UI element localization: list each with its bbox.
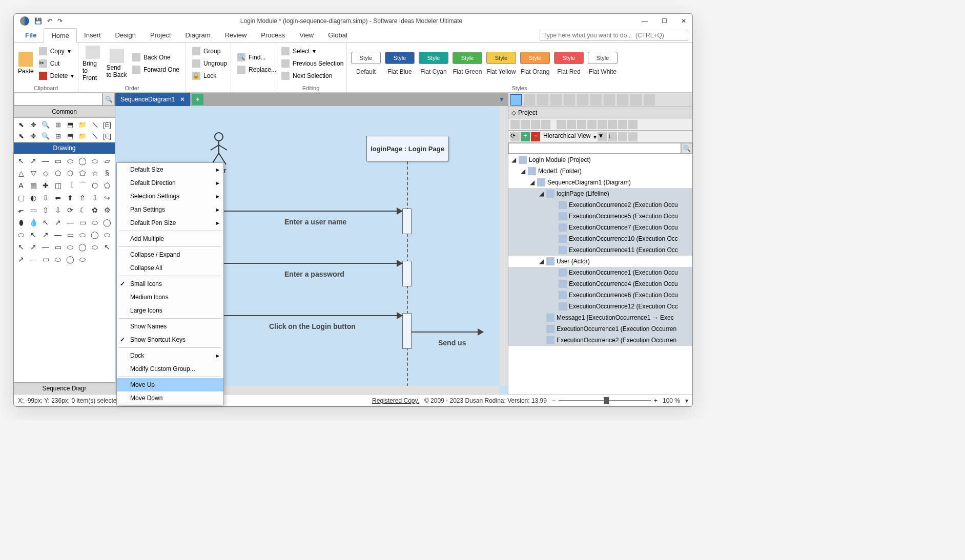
proj-tool-icon[interactable] — [618, 120, 627, 129]
draw-shape-button[interactable]: ⬡ — [64, 167, 76, 179]
back-one-button[interactable]: Back One — [130, 52, 181, 63]
draw-shape-button[interactable]: ⌒ — [76, 179, 89, 192]
copy-button[interactable]: Copy ▾ — [37, 46, 76, 57]
draw-shape-button[interactable]: ◯ — [76, 241, 89, 253]
tree-node[interactable]: ExecutionOccurrence4 (Execution Occu — [508, 278, 692, 289]
tool-button[interactable]: ✥ — [27, 119, 39, 130]
tree-node[interactable]: ◢User (Actor) — [508, 256, 692, 267]
close-tab-icon[interactable]: ✕ — [180, 96, 185, 103]
tool-button[interactable]: 🔍 — [39, 130, 52, 141]
draw-shape-button[interactable]: ▢ — [15, 192, 27, 204]
context-menu-item[interactable]: Modify Custom Group... — [117, 362, 223, 376]
exec-occurrence[interactable] — [402, 261, 412, 286]
proj-tool-icon[interactable] — [541, 120, 550, 129]
style-button[interactable]: Style — [351, 52, 381, 64]
view-icon[interactable] — [628, 132, 638, 141]
draw-shape-button[interactable]: ◯ — [76, 155, 89, 167]
proj-tool-icon[interactable] — [598, 120, 607, 129]
draw-shape-button[interactable]: ▭ — [52, 155, 64, 167]
exec-occurrence[interactable] — [402, 313, 412, 349]
style-button[interactable]: Style — [419, 52, 448, 64]
proj-tool-icon[interactable] — [567, 120, 576, 129]
draw-shape-button[interactable]: ⬭ — [89, 241, 101, 253]
draw-shape-button[interactable]: ⬭ — [15, 229, 27, 241]
find-button[interactable]: 🔍Find... — [235, 52, 278, 63]
send-back-button[interactable]: Send to Back — [106, 46, 127, 81]
draw-shape-button[interactable]: ☆ — [89, 167, 101, 179]
draw-shape-button[interactable]: ✿ — [89, 204, 101, 216]
menu-design[interactable]: Design — [108, 28, 143, 42]
forward-one-button[interactable]: Forward One — [130, 64, 181, 75]
draw-shape-button[interactable]: ▭ — [64, 229, 76, 241]
menu-diagram[interactable]: Diagram — [178, 28, 218, 42]
status-registered[interactable]: Registered Copy. — [372, 397, 419, 404]
draw-shape-button[interactable]: ⬠ — [76, 167, 89, 179]
draw-shape-button[interactable]: ⇧ — [39, 204, 52, 216]
right-tool-5-icon[interactable] — [564, 94, 575, 106]
context-menu-item[interactable]: Collapse / Expand — [117, 248, 223, 261]
draw-shape-button[interactable]: ↖ — [15, 155, 27, 167]
tree-node[interactable]: ◢Model1 (Folder) — [508, 165, 692, 177]
tree-node[interactable]: ExecutionOccurrence2 (Execution Occu — [508, 199, 692, 211]
remove-icon[interactable]: − — [531, 132, 540, 141]
context-menu-item[interactable]: Medium Icons — [117, 291, 223, 304]
hier-view[interactable]: Hierarchical View — [541, 132, 592, 141]
draw-shape-button[interactable]: ↪ — [101, 192, 113, 204]
draw-shape-button[interactable]: ▽ — [27, 167, 39, 179]
draw-shape-button[interactable]: § — [101, 167, 113, 179]
draw-shape-button[interactable]: ◐ — [27, 192, 39, 204]
tree-node[interactable]: ExecutionOccurrence2 (Execution Occurren — [508, 335, 692, 346]
draw-shape-button[interactable]: ⬠ — [101, 179, 113, 192]
draw-shape-button[interactable]: ⬭ — [89, 155, 101, 167]
tool-button[interactable]: ✥ — [27, 130, 39, 141]
draw-shape-button[interactable]: ↗ — [15, 253, 27, 265]
draw-shape-button[interactable]: ↖ — [27, 229, 39, 241]
ungroup-button[interactable]: Ungroup — [190, 58, 229, 69]
tool-button[interactable]: ⬉ — [15, 119, 27, 130]
proj-tool-icon[interactable] — [557, 120, 566, 129]
palette-tab-sequence[interactable]: Sequence Diagr — [14, 382, 115, 394]
context-menu-item[interactable]: Large Icons — [117, 304, 223, 317]
draw-shape-button[interactable]: ↖ — [101, 241, 113, 253]
draw-shape-button[interactable]: — — [39, 241, 52, 253]
lock-button[interactable]: 🔒Lock — [190, 70, 229, 81]
project-search[interactable] — [508, 143, 681, 154]
draw-shape-button[interactable]: ⬆ — [64, 192, 76, 204]
tool-button[interactable]: 🔍 — [39, 119, 52, 130]
draw-shape-button[interactable]: ↖ — [15, 241, 27, 253]
right-tool-1-icon[interactable] — [510, 94, 522, 106]
draw-shape-button[interactable]: ↗ — [27, 241, 39, 253]
tool-button[interactable]: ＼ — [89, 119, 101, 130]
palette-tab-drawing[interactable]: Drawing — [14, 142, 115, 154]
context-menu-item[interactable]: Small Icons — [117, 277, 223, 291]
draw-shape-button[interactable]: ↗ — [27, 155, 39, 167]
context-menu-item[interactable]: Add Multiple — [117, 232, 223, 245]
style-button[interactable]: Style — [588, 52, 618, 64]
draw-shape-button[interactable]: ◯ — [101, 216, 113, 229]
proj-tool-icon[interactable] — [628, 120, 638, 129]
menu-home[interactable]: Home — [44, 28, 77, 43]
doc-tab[interactable]: SequenceDiagram1✕ — [115, 93, 190, 106]
tree-node[interactable]: ◢Login Module (Project) — [508, 154, 692, 165]
draw-shape-button[interactable]: ⬐ — [15, 204, 27, 216]
save-icon[interactable]: 💾 — [34, 17, 42, 25]
draw-shape-button[interactable]: ⬭ — [52, 253, 64, 265]
project-search-button[interactable]: 🔍 — [681, 143, 692, 154]
lifeline-loginpage[interactable]: loginPage : Login Page — [366, 136, 448, 161]
draw-shape-button[interactable]: — — [64, 216, 76, 229]
draw-shape-button[interactable]: — — [39, 155, 52, 167]
draw-shape-button[interactable]: ⬅ — [52, 192, 64, 204]
context-menu-item[interactable]: Collapse All — [117, 261, 223, 275]
select-button[interactable]: Select ▾ — [279, 46, 345, 57]
draw-shape-button[interactable]: 〔 — [64, 179, 76, 192]
tree-node[interactable]: ExecutionOccurrence1 (Execution Occu — [508, 267, 692, 278]
proj-tool-icon[interactable] — [608, 120, 617, 129]
proj-tool-icon[interactable] — [510, 120, 520, 129]
draw-shape-button[interactable]: ⇩ — [39, 192, 52, 204]
delete-button[interactable]: Delete ▾ — [37, 70, 76, 81]
tool-button[interactable]: ⬒ — [64, 119, 76, 130]
right-tool-10-icon[interactable] — [630, 94, 642, 106]
context-menu-item[interactable]: Pan Settings — [117, 203, 223, 216]
tree-node[interactable]: ExecutionOccurrence5 (Execution Occu — [508, 211, 692, 222]
draw-shape-button[interactable]: ⬭ — [76, 253, 89, 265]
